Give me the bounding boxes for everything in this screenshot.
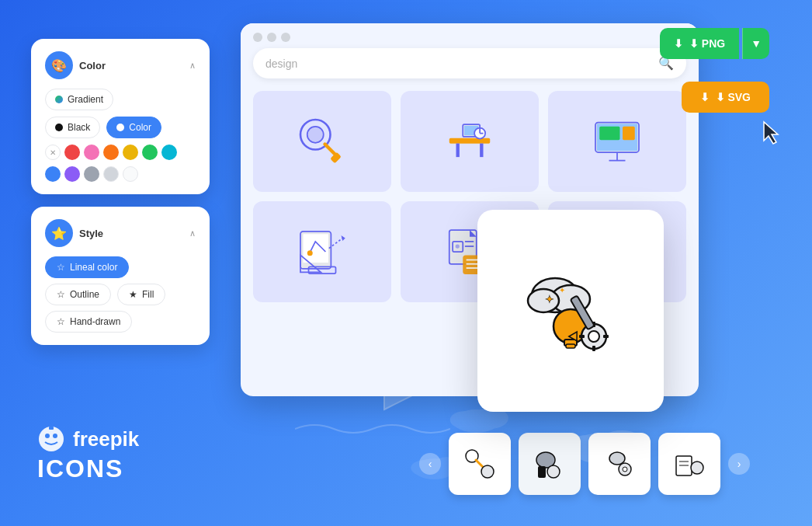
fill-label: Fill — [142, 289, 154, 300]
svg-rect-30 — [623, 127, 635, 141]
color-dot — [116, 124, 124, 131]
svg-point-16 — [307, 127, 324, 143]
svg-text:✦: ✦ — [545, 293, 554, 305]
outline-label: Outline — [70, 289, 99, 300]
brand-name: freepik — [73, 427, 139, 451]
thumbnail-1[interactable] — [449, 433, 511, 495]
style-row-2: ☆ Outline ★ Fill — [45, 284, 196, 305]
brand-name-row: freepik — [37, 425, 139, 453]
png-dropdown-arrow: ▼ — [751, 37, 762, 50]
black-button[interactable]: Black — [45, 117, 100, 138]
color-option-row-1: Gradient — [45, 89, 196, 110]
color-label: Color — [129, 122, 151, 133]
style-panel-icon: ⭐ — [45, 219, 73, 247]
icon-cell-1[interactable] — [253, 91, 391, 192]
browser-dot-3 — [281, 33, 290, 42]
download-png-icon: ⬇ — [674, 37, 683, 50]
thumbnail-4[interactable] — [658, 433, 720, 495]
svg-rect-64 — [579, 335, 585, 338]
outline-button[interactable]: ☆ Outline — [45, 284, 111, 305]
search-input[interactable] — [265, 57, 658, 70]
svg-rect-19 — [449, 138, 491, 144]
svg-rect-65 — [603, 335, 609, 338]
color-options: Gradient Black Color ✕ — [45, 89, 196, 182]
svg-point-11 — [39, 427, 64, 451]
brand-subtitle: ICONS — [37, 455, 139, 483]
remove-swatch[interactable]: ✕ — [45, 145, 61, 160]
download-svg-button[interactable]: ⬇ ⬇ SVG — [682, 82, 769, 113]
lineal-color-button[interactable]: ☆ Lineal color — [45, 256, 129, 278]
handdrawn-button[interactable]: ☆ Hand-drawn — [45, 311, 132, 333]
svg-rect-14 — [49, 427, 54, 430]
svg-point-56 — [528, 289, 559, 312]
swatch-blue[interactable] — [45, 166, 61, 182]
cursor-icon — [761, 120, 783, 151]
svg-rect-34 — [304, 234, 328, 263]
style-options: ☆ Lineal color ☆ Outline ★ Fill ☆ Hand-d… — [45, 256, 196, 333]
svg-point-78 — [623, 467, 627, 472]
svg-point-13 — [53, 434, 57, 438]
browser-search-bar[interactable]: 🔍 — [253, 48, 686, 78]
svg-rect-74 — [538, 466, 546, 478]
next-thumbnail-button[interactable]: › — [728, 453, 750, 475]
thumb-icon-1 — [460, 444, 499, 483]
swatch-cyan[interactable] — [161, 145, 177, 160]
icon-cell-4[interactable] — [253, 201, 391, 302]
presentation-icon — [590, 114, 644, 169]
swatch-green[interactable] — [142, 145, 158, 160]
svg-rect-29 — [599, 127, 619, 141]
design-icon-1 — [295, 114, 349, 169]
color-panel-arrow[interactable]: ∧ — [189, 61, 196, 71]
black-dot — [55, 124, 63, 131]
thumbnail-3[interactable] — [588, 433, 651, 495]
svg-rect-63 — [592, 346, 595, 351]
thumbnail-2[interactable] — [519, 433, 581, 495]
icon-cell-2[interactable] — [401, 91, 539, 192]
swatch-light-gray[interactable] — [103, 166, 119, 182]
png-download-group[interactable]: ⬇ ⬇ PNG ▼ — [660, 28, 769, 59]
bottom-thumbnails: ‹ › — [419, 433, 750, 495]
png-dropdown-button[interactable]: ▼ — [742, 28, 769, 59]
prev-thumbnail-button[interactable]: ‹ — [419, 453, 441, 475]
svg-point-42 — [456, 244, 460, 248]
color-panel: 🎨 Color ∧ Gradient Black Color — [31, 39, 210, 194]
svg-point-61 — [588, 331, 599, 342]
thumb-icon-4 — [670, 444, 709, 483]
style-lineal-row: ☆ Lineal color — [45, 256, 196, 278]
icon-cell-3[interactable] — [548, 91, 686, 192]
swatch-orange[interactable] — [103, 145, 119, 160]
svg-point-82 — [691, 462, 703, 474]
color-button[interactable]: Color — [106, 117, 161, 138]
swatch-white[interactable] — [123, 166, 138, 182]
style-panel-header-left: ⭐ Style — [45, 219, 103, 247]
desk-icon — [442, 114, 497, 169]
swatch-red[interactable] — [64, 145, 80, 160]
swatch-gray[interactable] — [84, 166, 99, 182]
svg-point-35 — [307, 250, 313, 256]
download-png-label: ⬇ PNG — [689, 37, 725, 50]
color-panel-header: 🎨 Color ∧ — [45, 51, 196, 79]
gradient-button[interactable]: Gradient — [45, 89, 113, 110]
style-panel: ⭐ Style ∧ ☆ Lineal color ☆ Outline ★ Fil… — [31, 207, 210, 345]
svg-rect-20 — [456, 144, 460, 158]
lineal-star-icon: ☆ — [57, 262, 65, 273]
color-swatches-row2 — [45, 166, 196, 182]
svg-point-75 — [547, 465, 560, 478]
svg-rect-21 — [480, 144, 483, 158]
download-png-button[interactable]: ⬇ ⬇ PNG — [660, 28, 739, 59]
style-handdrawn-row: ☆ Hand-drawn — [45, 311, 196, 333]
download-svg-icon: ⬇ — [700, 91, 710, 103]
outline-star-icon: ☆ — [57, 289, 65, 300]
swatch-pink[interactable] — [84, 145, 99, 160]
fill-star-icon: ★ — [129, 289, 137, 300]
svg-point-3 — [453, 409, 500, 433]
left-panel: 🎨 Color ∧ Gradient Black Color — [31, 39, 210, 345]
browser-dot-2 — [267, 33, 276, 42]
gradient-dot — [55, 96, 63, 103]
next-icon: › — [737, 458, 741, 470]
swatch-yellow[interactable] — [123, 145, 138, 160]
swatch-purple[interactable] — [64, 166, 80, 182]
style-panel-title: Style — [79, 228, 103, 239]
fill-button[interactable]: ★ Fill — [117, 284, 165, 305]
style-panel-arrow[interactable]: ∧ — [189, 228, 196, 239]
